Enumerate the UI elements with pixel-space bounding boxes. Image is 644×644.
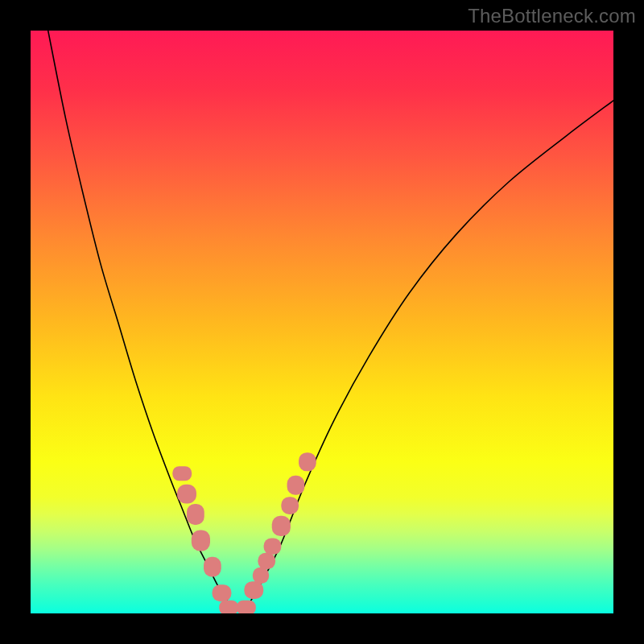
chart-marker bbox=[192, 530, 210, 551]
chart-container: TheBottleneck.com bbox=[0, 0, 644, 644]
chart-marker bbox=[272, 516, 291, 536]
marker-group bbox=[172, 452, 316, 613]
chart-marker bbox=[204, 557, 221, 577]
main-curve bbox=[48, 31, 613, 611]
chart-marker bbox=[177, 485, 196, 504]
chart-marker bbox=[287, 476, 305, 495]
chart-marker bbox=[258, 553, 275, 569]
chart-marker bbox=[172, 466, 192, 481]
curve-layer bbox=[31, 31, 613, 613]
chart-marker bbox=[253, 568, 269, 584]
chart-marker bbox=[187, 504, 204, 525]
chart-marker bbox=[264, 539, 282, 555]
chart-marker bbox=[237, 601, 256, 613]
chart-marker bbox=[213, 584, 232, 601]
plot-area bbox=[31, 31, 613, 613]
chart-marker bbox=[281, 497, 299, 514]
chart-marker bbox=[219, 601, 238, 613]
chart-marker bbox=[244, 581, 263, 599]
chart-marker bbox=[299, 452, 316, 471]
watermark-text: TheBottleneck.com bbox=[468, 5, 636, 27]
